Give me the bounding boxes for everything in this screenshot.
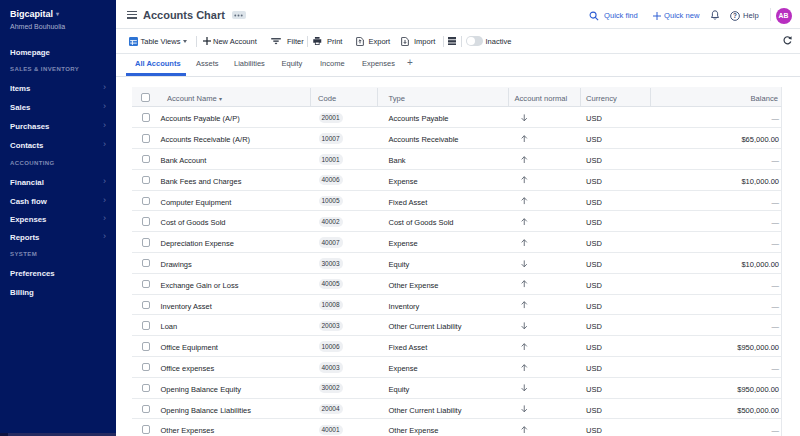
- svg-text:?: ?: [733, 12, 737, 19]
